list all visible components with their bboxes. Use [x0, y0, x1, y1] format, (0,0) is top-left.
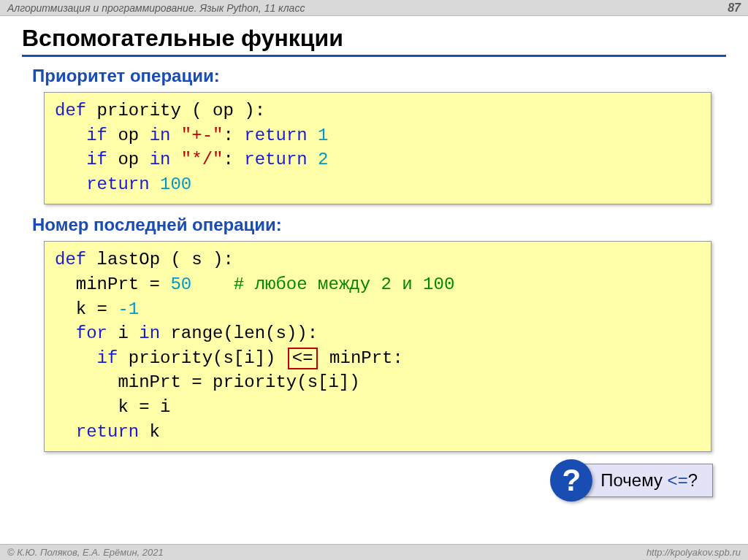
fn-name: priority — [86, 101, 181, 120]
code-text: range(len(s)): — [160, 323, 318, 343]
code-text: op — [107, 126, 150, 145]
site-url: http://kpolyakov.spb.ru — [646, 547, 741, 558]
num-literal: 100 — [150, 174, 192, 194]
code-text: i — [107, 323, 139, 343]
num-literal: -1 — [118, 299, 139, 319]
section-lastop: Номер последней операции: — [32, 215, 726, 235]
str-literal: "+-" — [170, 126, 223, 145]
code-text: : — [223, 126, 244, 145]
callout-box: Почему <=? — [582, 464, 713, 497]
code-text — [191, 275, 234, 294]
kw-return: return — [244, 150, 307, 169]
code-text: op — [107, 150, 150, 169]
question-mark-icon: ? — [550, 459, 592, 502]
callout-op: <= — [668, 470, 688, 490]
fn-name: lastOp — [86, 250, 160, 269]
num-literal: 50 — [170, 275, 191, 294]
code-text: priority(s[i]) — [118, 348, 286, 368]
code-lastop: def lastOp ( s ): minPrt = 50 # любое ме… — [44, 241, 711, 452]
code-priority: def priority ( op ): if op in "+-": retu… — [44, 92, 711, 204]
num-literal: 1 — [308, 126, 329, 145]
footer-bar: © К.Ю. Поляков, Е.А. Ерёмин, 2021 http:/… — [0, 544, 748, 560]
kw-for: for — [55, 323, 107, 343]
code-text: : — [223, 150, 244, 169]
kw-return: return — [55, 422, 139, 442]
code-text: k — [139, 422, 160, 442]
section-priority: Приоритет операции: — [32, 66, 726, 86]
slide-title: Вспомогательные функции — [22, 25, 726, 57]
callout-text: Почему — [600, 470, 667, 490]
copyright: © К.Ю. Поляков, Е.А. Ерёмин, 2021 — [7, 547, 164, 558]
code-text: minPrt = priority(s[i]) — [55, 372, 360, 392]
slide-content: Вспомогательные функции Приоритет операц… — [0, 16, 748, 452]
header-bar: Алгоритмизация и программирование. Язык … — [0, 0, 748, 16]
code-text: ( s ): — [160, 250, 234, 269]
kw-return: return — [55, 174, 150, 194]
num-literal: 2 — [308, 150, 329, 169]
kw-if: if — [55, 150, 107, 169]
code-text: k = i — [55, 397, 170, 417]
kw-in: in — [150, 150, 171, 169]
page-number: 87 — [728, 1, 741, 15]
code-text: ( op ): — [181, 101, 265, 120]
comment: # любое между 2 и 100 — [234, 275, 454, 294]
str-literal: "*/" — [170, 150, 223, 169]
kw-def: def — [55, 101, 86, 120]
kw-def: def — [55, 250, 86, 269]
kw-in: in — [139, 323, 160, 343]
kw-return: return — [244, 126, 307, 145]
kw-in: in — [150, 126, 171, 145]
highlight-op: <= — [288, 348, 318, 369]
question-callout: ? Почему <=? — [550, 459, 713, 502]
code-text: minPrt: — [319, 348, 403, 368]
code-text: k = — [55, 299, 118, 319]
code-text: minPrt = — [55, 275, 170, 294]
kw-if: if — [55, 126, 107, 145]
kw-if: if — [55, 348, 118, 368]
course-label: Алгоритмизация и программирование. Язык … — [7, 2, 305, 14]
callout-text: ? — [688, 470, 698, 490]
op-le: <= — [292, 348, 313, 368]
